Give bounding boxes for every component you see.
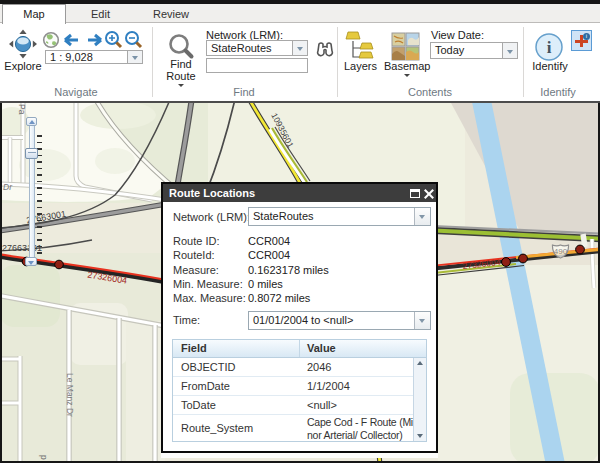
svg-text:Pa: Pa [17,104,27,115]
svg-text:Dr: Dr [3,182,13,192]
svg-text:p: p [39,455,49,460]
svg-text:490: 490 [554,247,568,256]
svg-text:27663101: 27663101 [2,243,42,253]
svg-text:Le Manz Dr: Le Manz Dr [65,373,75,417]
svg-text:i: i [547,38,552,57]
